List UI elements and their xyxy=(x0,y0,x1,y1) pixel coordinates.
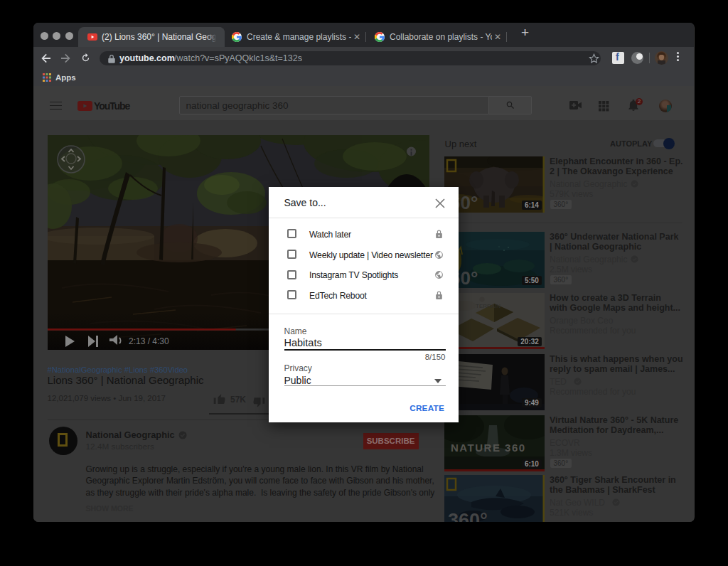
svg-text:360°: 360° xyxy=(448,510,488,522)
svg-text:NATURE 360: NATURE 360 xyxy=(451,442,526,454)
svg-text:TERRAIN: TERRAIN xyxy=(476,303,500,309)
svg-text:2:13 / 4:30: 2:13 / 4:30 xyxy=(129,336,169,346)
